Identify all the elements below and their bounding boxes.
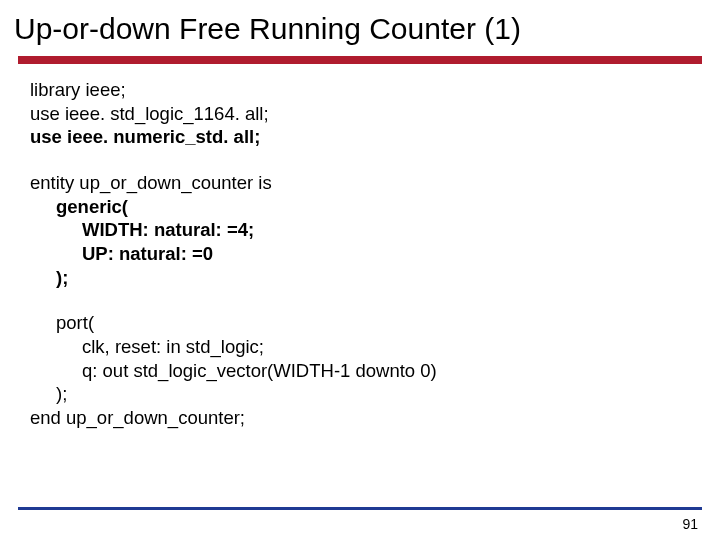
code-line: WIDTH: natural: =4; <box>30 218 720 242</box>
code-line: ); <box>30 382 720 406</box>
code-line: entity up_or_down_counter is <box>30 171 720 195</box>
code-body: library ieee; use ieee. std_logic_1164. … <box>0 64 720 430</box>
code-line: generic( <box>30 195 720 219</box>
code-line: ); <box>30 266 720 290</box>
code-line: use ieee. std_logic_1164. all; <box>30 102 720 126</box>
code-line: port( <box>30 311 720 335</box>
code-line: clk, reset: in std_logic; <box>30 335 720 359</box>
code-line: library ieee; <box>30 78 720 102</box>
page-number: 91 <box>682 516 698 532</box>
library-block: library ieee; use ieee. std_logic_1164. … <box>30 78 720 149</box>
code-line: q: out std_logic_vector(WIDTH-1 downto 0… <box>30 359 720 383</box>
footer-divider <box>18 507 702 510</box>
code-line: end up_or_down_counter; <box>30 406 720 430</box>
code-line: use ieee. numeric_std. all; <box>30 125 720 149</box>
port-block: port( clk, reset: in std_logic; q: out s… <box>30 311 720 429</box>
code-line: UP: natural: =0 <box>30 242 720 266</box>
title-underline <box>18 56 702 64</box>
slide-title: Up-or-down Free Running Counter (1) <box>0 0 720 46</box>
entity-block: entity up_or_down_counter is generic( WI… <box>30 171 720 289</box>
